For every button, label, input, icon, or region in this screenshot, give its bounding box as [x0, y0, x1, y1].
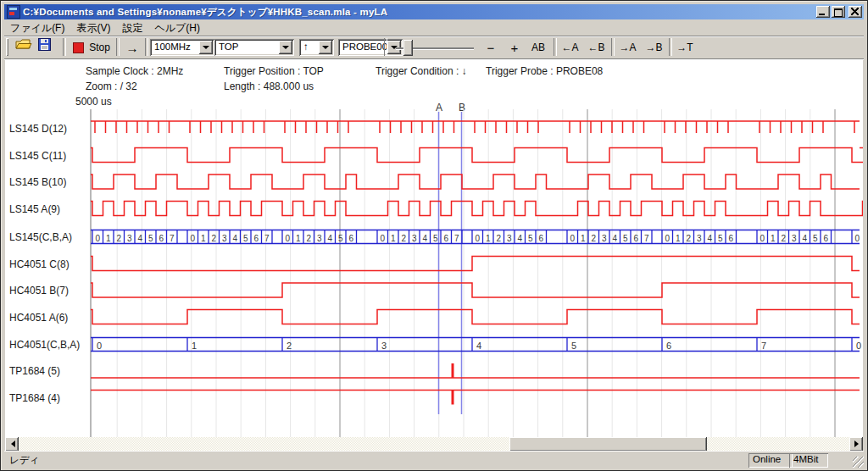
- trigger-position-select[interactable]: TOP: [214, 39, 294, 56]
- status-ready: レディ: [9, 454, 39, 467]
- waveform-trace: [91, 148, 863, 163]
- bus-value: 3: [412, 234, 417, 243]
- close-button[interactable]: [849, 6, 862, 18]
- waveform-trace: [91, 310, 860, 324]
- scrollbar-thumb[interactable]: [509, 437, 707, 452]
- dropdown-arrow-icon[interactable]: [319, 41, 332, 54]
- zoom-out-button[interactable]: −: [481, 38, 501, 57]
- bus-value: 0: [380, 234, 385, 243]
- bus-value: 3: [381, 341, 387, 351]
- zoom-in-button[interactable]: +: [504, 38, 525, 57]
- sample-clock-select[interactable]: 100MHz: [150, 39, 214, 56]
- horizontal-scrollbar[interactable]: [5, 437, 863, 452]
- app-window: C:¥Documents and Settings¥noname¥デスクトップ¥…: [0, 0, 868, 471]
- set-cursor-b-button[interactable]: →B: [642, 38, 666, 57]
- dropdown-arrow-icon[interactable]: [279, 41, 292, 54]
- set-cursor-a-button[interactable]: →A: [615, 38, 640, 57]
- bus-value: 1: [296, 234, 301, 243]
- trigger-position-value: TOP: [219, 42, 238, 52]
- close-icon: [851, 8, 859, 15]
- bus-value: 1: [486, 234, 491, 243]
- bus-value: 5: [813, 234, 818, 243]
- stop-button[interactable]: Stop: [69, 38, 114, 57]
- minimize-button[interactable]: [816, 6, 830, 18]
- minimize-icon: [819, 14, 825, 15]
- scroll-left-button[interactable]: [5, 437, 19, 452]
- toolbar-separator: [384, 38, 387, 56]
- trigger-probe-select[interactable]: PROBE00: [338, 39, 403, 56]
- bus-value: 1: [192, 341, 197, 351]
- channel-label: HC4051 A(6): [9, 312, 68, 324]
- status-memory: 4MBit: [789, 453, 828, 468]
- channel-label: HC4051(C,B,A): [9, 339, 80, 351]
- bus-value: 4: [137, 234, 142, 243]
- bus-value: 7: [264, 234, 270, 243]
- bus-value: 6: [253, 234, 259, 243]
- dropdown-arrow-icon[interactable]: [199, 41, 213, 54]
- waveform-trace: [91, 202, 863, 216]
- bus-value: 0: [854, 234, 860, 243]
- menu-bar: ファイル(F) 表示(V) 設定 ヘルプ(H): [4, 20, 864, 36]
- stop-icon: [73, 42, 84, 53]
- bus-value: 7: [761, 341, 766, 351]
- goto-trigger-button[interactable]: →T: [673, 38, 697, 57]
- bus-value: 4: [707, 234, 712, 243]
- trigger-edge-value: ↑: [303, 42, 309, 52]
- waveform-document: Sample Clock : 2MHz Zoom : / 32 Trigger …: [5, 59, 863, 437]
- bus-value: 3: [127, 234, 132, 243]
- bus-value: 0: [856, 341, 861, 351]
- goto-cursor-a-button[interactable]: ←A: [558, 38, 582, 57]
- bus-value: 7: [644, 234, 649, 243]
- menu-file[interactable]: ファイル(F): [4, 20, 70, 36]
- channel-label: HC4051 C(8): [9, 258, 70, 270]
- bus-value: 1: [581, 234, 586, 243]
- bus-value: 5: [718, 234, 723, 243]
- status-online: Online: [748, 453, 793, 468]
- toolbar: Stop → 100MHz TOP ↑ PROBE00 − + AB ←A: [4, 36, 864, 59]
- menu-settings[interactable]: 設定: [116, 20, 148, 36]
- trigger-edge-select[interactable]: ↑: [299, 39, 334, 56]
- title-bar[interactable]: C:¥Documents and Settings¥noname¥デスクトップ¥…: [4, 4, 864, 19]
- open-file-button[interactable]: [15, 38, 36, 57]
- bus-value: 5: [528, 234, 533, 243]
- toolbar-separator: [554, 38, 557, 56]
- save-button[interactable]: [38, 38, 58, 57]
- menu-help[interactable]: ヘルプ(H): [148, 20, 206, 36]
- bus-value: 4: [327, 234, 332, 243]
- toolbar-separator: [116, 38, 120, 56]
- bus-value: 3: [602, 234, 607, 243]
- status-bar: レディ Online 4MBit: [4, 451, 864, 468]
- bus-value: 4: [476, 341, 481, 351]
- toolbar-grip[interactable]: [6, 38, 8, 56]
- maximize-button[interactable]: [832, 6, 845, 18]
- channel-label: LS145(C,B,A): [9, 231, 72, 243]
- toolbar-separator: [63, 38, 66, 56]
- zoom-slider-thumb[interactable]: [403, 40, 413, 56]
- bus-value: 0: [285, 234, 290, 243]
- app-icon: [7, 5, 20, 19]
- bus-value: 1: [391, 234, 396, 243]
- bus-value: 1: [106, 234, 111, 243]
- scroll-right-button[interactable]: [849, 437, 863, 452]
- resize-grip[interactable]: [853, 457, 864, 468]
- bus-value: 2: [287, 341, 292, 351]
- waveform-plot: 0123456701234567012345601234567012345601…: [5, 59, 863, 437]
- menu-view[interactable]: 表示(V): [70, 20, 116, 36]
- bus-value: 5: [433, 234, 438, 243]
- run-button[interactable]: →: [121, 38, 143, 57]
- zoom-ab-button[interactable]: AB: [526, 38, 550, 57]
- maximize-icon: [834, 8, 843, 17]
- bus-value: 0: [190, 234, 195, 243]
- waveform-trace: [91, 257, 860, 271]
- waveform-trace: [91, 283, 860, 297]
- channel-label: TP1684 (5): [9, 365, 60, 377]
- bus-value: 3: [507, 234, 512, 243]
- bus-value: 4: [802, 234, 807, 243]
- bus-value: 2: [591, 234, 596, 243]
- bus-value: 7: [454, 234, 459, 243]
- goto-cursor-b-button[interactable]: ←B: [584, 38, 609, 57]
- toolbar-separator: [669, 38, 672, 56]
- bus-value: 0: [665, 234, 670, 243]
- channel-label: HC4051 B(7): [9, 285, 69, 296]
- bus-value: 4: [517, 234, 522, 243]
